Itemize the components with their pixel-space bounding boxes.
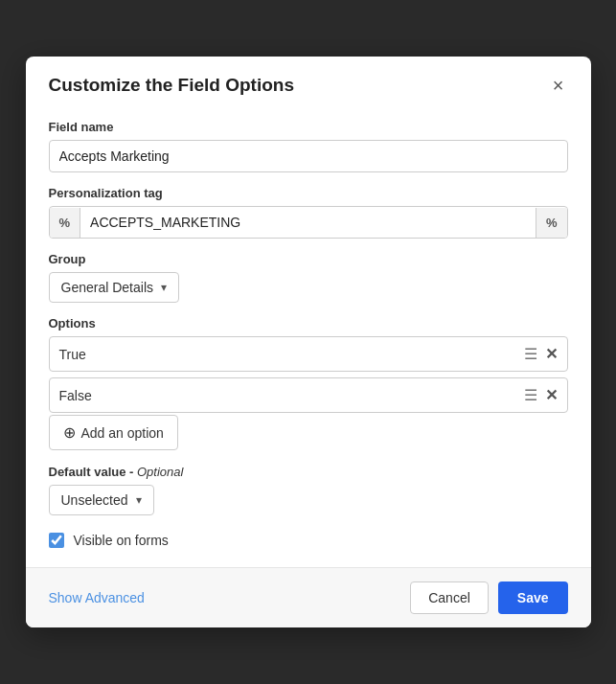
- modal-header: Customize the Field Options ×: [26, 57, 591, 110]
- personalization-tag-row: % %: [49, 206, 568, 239]
- personalization-tag-section: Personalization tag % %: [49, 186, 568, 239]
- field-name-label: Field name: [49, 120, 568, 134]
- option-value-false: False: [59, 388, 524, 403]
- customize-field-modal: Customize the Field Options × Field name…: [26, 57, 591, 627]
- pct-suffix-badge: %: [536, 208, 567, 238]
- personalization-tag-label: Personalization tag: [49, 186, 568, 200]
- default-value-section: Default value - Optional Unselected ▾: [49, 464, 568, 515]
- remove-option-false-icon[interactable]: ✕: [545, 386, 558, 404]
- visible-on-forms-label[interactable]: Visible on forms: [74, 533, 169, 548]
- remove-option-true-icon[interactable]: ✕: [545, 345, 558, 363]
- modal-title: Customize the Field Options: [49, 75, 295, 96]
- option-actions-false: ☰ ✕: [524, 386, 558, 404]
- group-label: Group: [49, 252, 568, 266]
- default-value-selected: Unselected: [61, 492, 128, 508]
- show-advanced-button[interactable]: Show Advanced: [49, 590, 145, 605]
- visible-on-forms-row: Visible on forms: [49, 533, 568, 548]
- save-button[interactable]: Save: [498, 581, 568, 614]
- option-row-true: True ☰ ✕: [49, 336, 568, 372]
- default-value-label: Default value - Optional: [49, 465, 184, 479]
- add-option-button[interactable]: ⊕ Add an option: [49, 415, 178, 450]
- drag-handle-icon-false[interactable]: ☰: [524, 386, 537, 404]
- options-label: Options: [49, 316, 568, 331]
- modal-body: Field name Personalization tag % % Group…: [26, 110, 591, 567]
- modal-footer: Show Advanced Cancel Save: [26, 567, 591, 627]
- option-row-false: False ☰ ✕: [49, 377, 568, 413]
- group-selected-value: General Details: [61, 280, 154, 295]
- add-option-plus-icon: ⊕: [63, 423, 76, 442]
- pct-prefix-badge: %: [50, 208, 81, 238]
- footer-actions: Cancel Save: [410, 581, 567, 614]
- options-section: Options True ☰ ✕ False ☰ ✕: [49, 316, 568, 450]
- option-value-true: True: [59, 347, 524, 362]
- field-name-section: Field name: [49, 120, 568, 172]
- default-value-dropdown[interactable]: Unselected ▾: [49, 485, 154, 515]
- personalization-tag-input[interactable]: [80, 207, 536, 238]
- group-section: Group General Details ▾: [49, 252, 568, 303]
- option-actions-true: ☰ ✕: [524, 345, 558, 363]
- cancel-button[interactable]: Cancel: [410, 581, 489, 614]
- close-button[interactable]: ×: [549, 74, 568, 97]
- group-chevron-icon: ▾: [161, 281, 167, 294]
- default-value-chevron-icon: ▾: [136, 493, 142, 507]
- options-list: True ☰ ✕ False ☰ ✕: [49, 336, 568, 413]
- drag-handle-icon-true[interactable]: ☰: [524, 345, 537, 363]
- field-name-input[interactable]: [49, 140, 568, 172]
- visible-on-forms-checkbox[interactable]: [49, 533, 64, 548]
- modal-overlay: Customize the Field Options × Field name…: [0, 0, 616, 684]
- add-option-label: Add an option: [81, 425, 164, 441]
- group-dropdown[interactable]: General Details ▾: [49, 272, 180, 303]
